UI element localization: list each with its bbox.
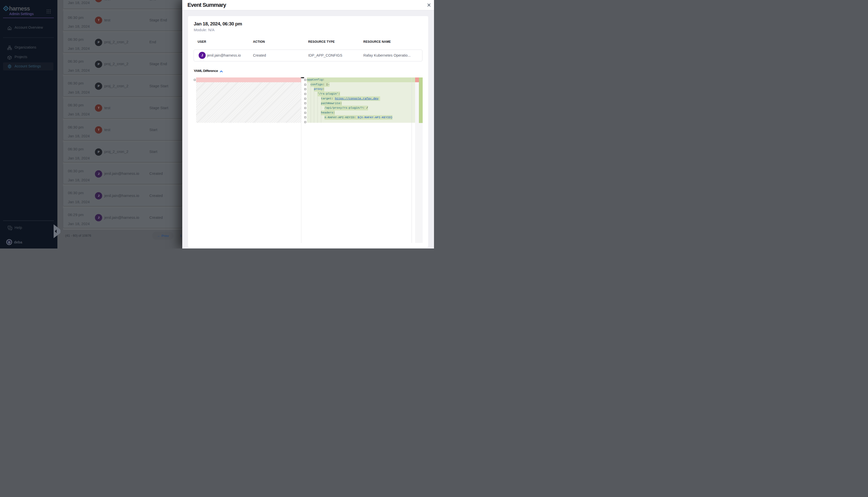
svg-text:?: ? [9, 226, 10, 228]
